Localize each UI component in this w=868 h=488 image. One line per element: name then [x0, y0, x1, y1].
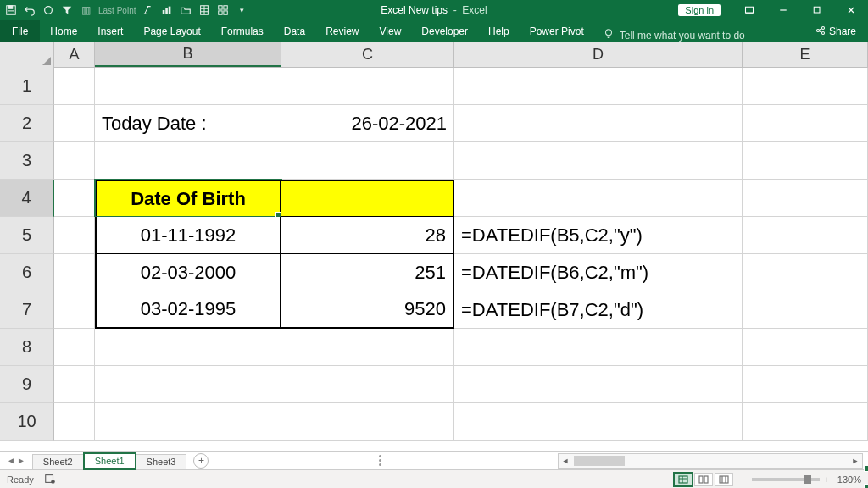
- circle-icon[interactable]: [42, 4, 54, 16]
- cell-b6[interactable]: 02-03-2000: [95, 254, 281, 291]
- cell-e2[interactable]: [743, 105, 868, 142]
- tell-me-search[interactable]: Tell me what you want to do: [594, 28, 754, 42]
- tab-view[interactable]: View: [370, 20, 412, 42]
- chart-icon[interactable]: [161, 4, 173, 16]
- cell-d6[interactable]: =DATEDIF(B6,C2,"m"): [454, 254, 743, 291]
- sheet-tab-sheet1[interactable]: Sheet1: [84, 453, 136, 469]
- cell-a2[interactable]: [54, 105, 95, 142]
- tab-developer[interactable]: Developer: [411, 20, 478, 42]
- cell-c1[interactable]: [281, 68, 454, 105]
- view-page-break-icon[interactable]: [715, 473, 733, 486]
- open-icon[interactable]: [180, 4, 192, 16]
- macro-record-icon[interactable]: [44, 473, 56, 486]
- cell-b3[interactable]: [95, 142, 281, 180]
- qat-customize-icon[interactable]: ▾: [236, 4, 248, 16]
- new-sheet-button[interactable]: +: [193, 453, 209, 469]
- save-icon[interactable]: [5, 4, 17, 16]
- cell-a5[interactable]: [54, 217, 95, 254]
- cell-c8[interactable]: [281, 329, 454, 366]
- cell-e1[interactable]: [743, 68, 868, 105]
- cell-b1[interactable]: [95, 68, 281, 105]
- view-normal-icon[interactable]: [674, 473, 693, 486]
- cell-d4[interactable]: [454, 180, 743, 217]
- cell-a4[interactable]: [54, 180, 95, 217]
- cell-b10[interactable]: [95, 403, 281, 441]
- sheet-nav-arrows[interactable]: ◄ ►: [0, 456, 32, 465]
- cell-b5[interactable]: 01-11-1992: [95, 217, 281, 254]
- cell-a1[interactable]: [54, 68, 95, 105]
- close-icon[interactable]: [834, 0, 868, 20]
- scroll-left-icon[interactable]: ◄: [559, 457, 572, 465]
- cell-b9[interactable]: [95, 366, 281, 403]
- tab-scroll-split[interactable]: [379, 454, 384, 468]
- sheet-tab-sheet3[interactable]: Sheet3: [136, 454, 187, 469]
- sign-in-button[interactable]: Sign in: [678, 4, 721, 16]
- cell-c4[interactable]: [281, 180, 454, 217]
- cell-e4[interactable]: [743, 180, 868, 217]
- tab-home[interactable]: Home: [40, 20, 87, 42]
- tab-power-pivot[interactable]: Power Pivot: [520, 20, 594, 42]
- cell-b8[interactable]: [95, 329, 281, 366]
- cell-c2[interactable]: 26-02-2021: [281, 105, 454, 142]
- row-header-2[interactable]: 2: [0, 105, 54, 142]
- cell-a3[interactable]: [54, 142, 95, 180]
- cell-d3[interactable]: [454, 142, 743, 180]
- row-header-7[interactable]: 7: [0, 291, 54, 329]
- cell-c3[interactable]: [281, 142, 454, 180]
- cell-c5[interactable]: 28: [281, 217, 454, 254]
- cell-b2[interactable]: Today Date :: [95, 105, 281, 142]
- row-header-10[interactable]: 10: [0, 403, 54, 441]
- cell-b4[interactable]: Date Of Birth: [95, 180, 281, 217]
- cell-c9[interactable]: [281, 366, 454, 403]
- row-header-6[interactable]: 6: [0, 254, 54, 291]
- row-header-5[interactable]: 5: [0, 217, 54, 254]
- tab-review[interactable]: Review: [315, 20, 369, 42]
- cell-a6[interactable]: [54, 254, 95, 291]
- view-page-layout-icon[interactable]: [694, 473, 713, 486]
- row-header-3[interactable]: 3: [0, 142, 54, 180]
- tab-formulas[interactable]: Formulas: [211, 20, 274, 42]
- horizontal-scrollbar[interactable]: ◄ ►: [558, 453, 863, 469]
- tab-help[interactable]: Help: [478, 20, 520, 42]
- cell-e10[interactable]: [743, 403, 868, 441]
- zoom-slider[interactable]: [752, 478, 820, 481]
- tab-file[interactable]: File: [0, 20, 40, 42]
- cell-e8[interactable]: [743, 329, 868, 366]
- cell-d2[interactable]: [454, 105, 743, 142]
- zoom-in-button[interactable]: +: [823, 474, 828, 485]
- cell-d7[interactable]: =DATEDIF(B7,C2,"d"): [454, 291, 743, 329]
- maximize-icon[interactable]: [800, 0, 834, 20]
- zoom-level[interactable]: 130%: [837, 474, 861, 485]
- tool-icon[interactable]: ▥: [80, 4, 92, 16]
- row-header-9[interactable]: 9: [0, 366, 54, 403]
- cell-a9[interactable]: [54, 366, 95, 403]
- zoom-out-button[interactable]: −: [743, 474, 748, 485]
- col-header-e[interactable]: E: [743, 42, 868, 67]
- cell-d10[interactable]: [454, 403, 743, 441]
- cell-a8[interactable]: [54, 329, 95, 366]
- cell-a10[interactable]: [54, 403, 95, 441]
- row-header-4[interactable]: 4: [0, 180, 54, 217]
- cell-d5[interactable]: =DATEDIF(B5,C2,"y"): [454, 217, 743, 254]
- share-button[interactable]: Share: [804, 20, 868, 42]
- cell-c6[interactable]: 251: [281, 254, 454, 291]
- grid-icon[interactable]: [217, 4, 229, 16]
- insert-fn-icon[interactable]: [142, 4, 154, 16]
- col-header-b[interactable]: B: [95, 42, 281, 67]
- select-all-corner[interactable]: [0, 42, 54, 68]
- cell-a7[interactable]: [54, 291, 95, 329]
- ribbon-options-icon[interactable]: [732, 0, 766, 20]
- col-header-c[interactable]: C: [281, 42, 454, 67]
- cell-d9[interactable]: [454, 366, 743, 403]
- tab-page-layout[interactable]: Page Layout: [133, 20, 210, 42]
- cell-e3[interactable]: [743, 142, 868, 180]
- cell-e9[interactable]: [743, 366, 868, 403]
- sheet-icon[interactable]: [198, 4, 210, 16]
- cell-c10[interactable]: [281, 403, 454, 441]
- cell-d1[interactable]: [454, 68, 743, 105]
- col-header-a[interactable]: A: [54, 42, 95, 67]
- cell-e5[interactable]: [743, 217, 868, 254]
- sheet-tab-sheet2[interactable]: Sheet2: [32, 454, 84, 469]
- sheet-nav-next-icon[interactable]: ►: [17, 456, 25, 465]
- scroll-right-icon[interactable]: ►: [849, 457, 862, 465]
